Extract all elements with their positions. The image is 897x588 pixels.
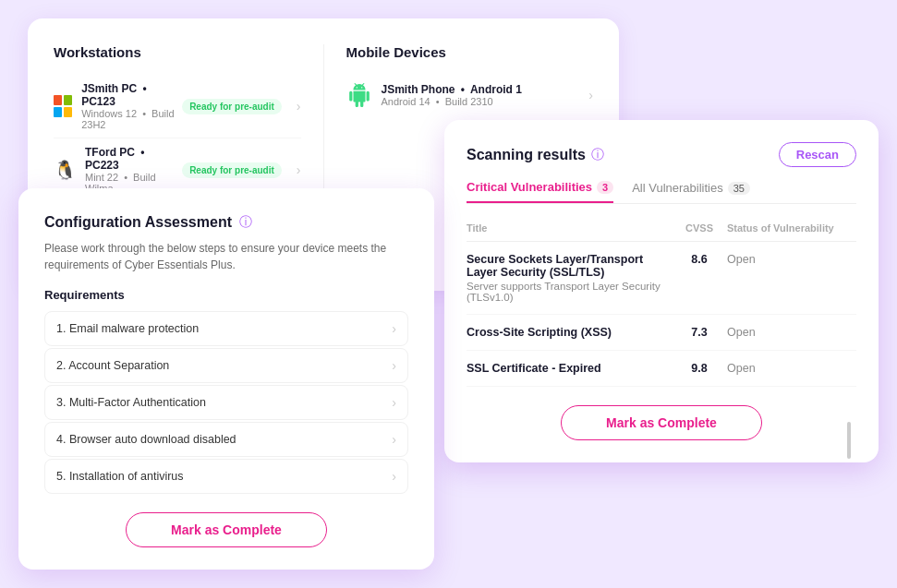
col-title: Title [467,219,672,242]
critical-count: 3 [597,181,613,194]
device-row[interactable]: JSmith PC • PC123 Windows 12 • Build 23H… [54,75,301,138]
status-value: Open [727,242,856,315]
rescan-button[interactable]: Rescan [779,142,856,167]
workstations-title: Workstations [54,44,301,60]
requirement-item[interactable]: 5. Installation of antivirus › [44,459,408,494]
device-name: TFord PC • PC223 [85,146,182,172]
requirements-list: 1. Email malware protection › 2. Account… [44,311,408,494]
config-description: Please work through the below steps to e… [44,240,408,273]
config-info-icon[interactable]: ⓘ [239,214,252,231]
vulnerability-row[interactable]: Cross-Site Scripting (XSS) 7.3 Open [467,315,856,351]
requirement-item[interactable]: 4. Browser auto download disabled › [44,422,408,457]
device-row[interactable]: JSmith Phone • Android 1 Android 14 • Bu… [346,75,594,115]
scanning-results-card: Scanning results ⓘ Rescan Critical Vulne… [444,120,879,462]
requirement-item[interactable]: 1. Email malware protection › [44,311,408,346]
device-name: JSmith Phone • Android 1 [382,83,522,96]
requirement-text: 3. Multi-Factor Authentication [56,396,206,409]
chevron-right-icon: › [392,395,396,410]
vuln-title-cell: Secure Sockets Layer/Transport Layer Sec… [467,242,672,315]
vulnerability-row[interactable]: Secure Sockets Layer/Transport Layer Sec… [467,242,856,315]
requirement-text: 4. Browser auto download disabled [56,433,236,446]
table-wrapper: Title CVSS Status of Vulnerability Secur… [467,219,856,387]
scanning-header: Scanning results ⓘ Rescan [467,142,856,167]
requirement-item[interactable]: 3. Multi-Factor Authentication › [44,385,408,420]
requirements-title: Requirements [44,288,408,302]
windows-icon [54,95,72,117]
vuln-title-cell: Cross-Site Scripting (XSS) [467,315,672,351]
device-left: JSmith Phone • Android 1 Android 14 • Bu… [346,82,522,108]
linux-icon: 🐧 [54,159,76,181]
android-icon [346,82,372,108]
chevron-right-icon: › [588,88,593,102]
device-detail: Android 14 • Build 2310 [382,96,522,107]
device-left: JSmith PC • PC123 Windows 12 • Build 23H… [54,82,182,130]
mobile-title: Mobile Devices [346,44,594,60]
chevron-right-icon: › [392,469,396,484]
requirement-text: 1. Email malware protection [56,322,199,335]
requirement-text: 2. Account Separation [56,359,169,372]
chevron-right-icon: › [392,358,396,373]
scanning-title: Scanning results [467,147,586,163]
all-count: 35 [728,182,750,195]
tab-critical-vulnerabilities[interactable]: Critical Vulnerabilities 3 [467,180,613,203]
chevron-right-icon: › [297,162,301,177]
tab-all-vulnerabilities[interactable]: All Vulnerabilities 35 [632,181,750,202]
scanning-mark-complete-row: Mark as Complete [467,405,856,440]
device-info: JSmith PC • PC123 Windows 12 • Build 23H… [81,82,182,130]
config-title-row: Configuration Assessment ⓘ [44,214,408,231]
ready-badge: Ready for pre-audit [182,162,282,178]
tabs-row: Critical Vulnerabilities 3 All Vulnerabi… [467,180,856,204]
col-cvss: CVSS [672,219,727,242]
tab-all-label: All Vulnerabilities [632,181,723,195]
tab-critical-label: Critical Vulnerabilities [467,180,592,194]
cvss-value: 8.6 [672,242,727,315]
device-info: TFord PC • PC223 Mint 22 • Build Wilma [85,146,182,194]
device-name: JSmith PC • PC123 [81,82,182,108]
ready-badge: Ready for pre-audit [182,99,282,114]
chevron-right-icon: › [297,99,301,114]
scanning-mark-complete-button[interactable]: Mark as Complete [561,405,762,440]
cvss-value: 9.8 [672,351,727,387]
scrollbar-thumb [847,422,851,459]
vuln-title-cell: SSL Certificate - Expired [467,351,672,387]
configuration-assessment-card: Configuration Assessment ⓘ Please work t… [18,188,434,570]
vuln-main-title: Secure Sockets Layer/Transport Layer Sec… [467,253,672,279]
device-left: 🐧 TFord PC • PC223 Mint 22 • Build Wilma [54,146,182,194]
status-value: Open [727,351,856,387]
requirement-item[interactable]: 2. Account Separation › [44,348,408,383]
vulnerability-table: Title CVSS Status of Vulnerability Secur… [467,219,856,387]
config-mark-complete-row: Mark as Complete [44,512,408,547]
cvss-value: 7.3 [672,315,727,351]
vuln-main-title: Cross-Site Scripting (XSS) [467,326,672,339]
vuln-main-title: SSL Certificate - Expired [467,362,672,375]
chevron-right-icon: › [392,432,396,447]
device-info: JSmith Phone • Android 1 Android 14 • Bu… [382,83,522,107]
device-detail: Windows 12 • Build 23H2 [81,108,182,130]
status-value: Open [727,315,856,351]
config-title: Configuration Assessment [44,214,232,231]
info-icon[interactable]: ⓘ [591,147,604,163]
requirement-text: 5. Installation of antivirus [56,470,184,483]
config-mark-complete-button[interactable]: Mark as Complete [126,512,327,547]
scanning-title-row: Scanning results ⓘ [467,147,604,163]
vuln-sub-title: Server supports Transport Layer Security… [467,281,672,303]
vulnerability-row[interactable]: SSL Certificate - Expired 9.8 Open [467,351,856,387]
chevron-right-icon: › [392,321,396,336]
col-status: Status of Vulnerability [727,219,856,242]
